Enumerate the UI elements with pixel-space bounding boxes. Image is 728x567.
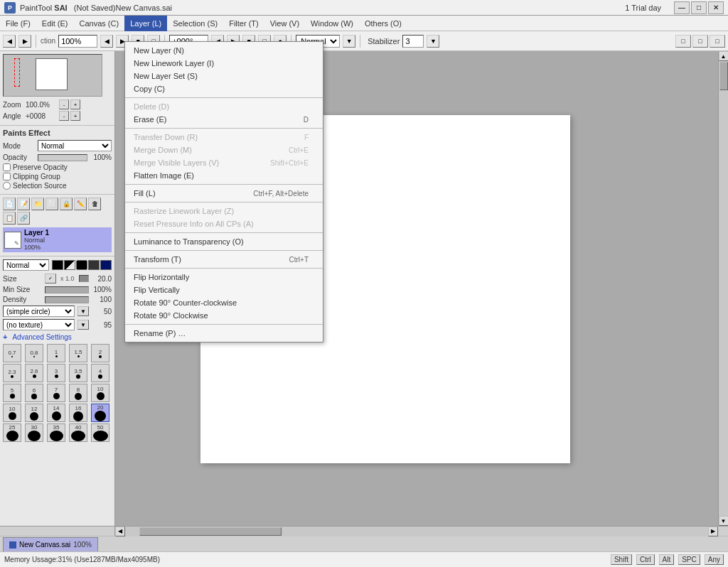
menu-canvas[interactable]: Canvas (C) xyxy=(74,16,125,31)
brush-texture-select[interactable]: (no texture) xyxy=(3,319,75,330)
brush-preset-3.5[interactable]: 3.5 xyxy=(69,364,87,382)
menu-item-transform[interactable]: Transform (T)Ctrl+T xyxy=(125,253,323,266)
minimize-button[interactable]: — xyxy=(674,1,690,14)
brush-preset-4[interactable]: 4 xyxy=(91,364,109,382)
maximize-button[interactable]: □ xyxy=(691,1,707,14)
brush-preset-2.3[interactable]: 2.3 xyxy=(3,364,21,382)
brush-shape-4[interactable] xyxy=(88,260,100,270)
menu-others[interactable]: Others (O) xyxy=(359,16,407,31)
brush-preset-2.6[interactable]: 2.6 xyxy=(25,364,43,382)
brush-preset-16[interactable]: 16 xyxy=(69,404,87,422)
menu-item-erase[interactable]: Erase (E)D xyxy=(125,113,323,126)
toolbar-btn-1[interactable]: ◀ xyxy=(3,35,16,48)
brush-preset-1[interactable]: 1 xyxy=(47,344,65,362)
menu-layer[interactable]: Layer (L) xyxy=(124,16,167,31)
mode-btn[interactable]: ▼ xyxy=(343,35,355,48)
brush-preset-12[interactable]: 12 xyxy=(25,404,43,422)
scroll-up-btn[interactable]: ▲ xyxy=(719,51,729,61)
preserve-opacity-checkbox[interactable] xyxy=(3,163,11,171)
brush-preset-1.5[interactable]: 1.5 xyxy=(69,344,87,362)
brush-shape-1[interactable] xyxy=(52,260,63,270)
menu-edit[interactable]: Edit (E) xyxy=(36,16,74,31)
menu-item-rename[interactable]: Rename (P) … xyxy=(125,327,323,340)
brush-preset-14[interactable]: 14 xyxy=(47,404,65,422)
clipping-group-checkbox[interactable] xyxy=(3,173,11,180)
brush-preset-30[interactable]: 30 xyxy=(25,423,43,442)
brush-shape-2[interactable] xyxy=(64,260,75,270)
layer-lock-btn[interactable]: 🔒 xyxy=(60,198,73,210)
selection-source-radio[interactable] xyxy=(3,182,11,190)
brush-preset-20[interactable]: 20 xyxy=(91,404,109,422)
brush-preset-7[interactable]: 7 xyxy=(47,384,65,402)
stabilizer-btn[interactable]: ▼ xyxy=(427,35,439,48)
brush-preset-6[interactable]: 6 xyxy=(25,384,43,402)
brush-density-slider[interactable] xyxy=(45,296,89,303)
layer-new-btn[interactable]: 📄 xyxy=(3,198,16,210)
menu-item-new-linework[interactable]: New Linework Layer (I) xyxy=(125,57,323,70)
nav-zoom-inc[interactable]: + xyxy=(70,99,80,109)
scroll-down-btn[interactable]: ▼ xyxy=(719,516,729,526)
tab-canvas[interactable]: New Canvas.sai 100% xyxy=(3,537,98,551)
brush-preset-5[interactable]: 5 xyxy=(3,384,21,402)
scroll-track-h[interactable] xyxy=(125,526,708,536)
brush-shape-select[interactable]: (simple circle) xyxy=(3,306,75,317)
brush-shape-3[interactable] xyxy=(76,260,87,270)
menu-selection[interactable]: Selection (S) xyxy=(167,16,223,31)
brush-preset-25[interactable]: 25 xyxy=(3,423,21,442)
layer-delete-btn[interactable]: 🗑 xyxy=(88,198,101,210)
menu-item-new-layer-set[interactable]: New Layer Set (S) xyxy=(125,70,323,82)
advanced-settings-label[interactable]: Advanced Settings xyxy=(12,333,71,341)
brush-shape-5[interactable] xyxy=(100,260,112,270)
menu-item-flip-h[interactable]: Flip Horizontally xyxy=(125,271,323,284)
menu-filter[interactable]: Filter (T) xyxy=(223,16,264,31)
layer-item[interactable]: ✎ Layer 1 Normal 100% xyxy=(3,227,112,252)
brush-preset-35[interactable]: 35 xyxy=(47,423,65,442)
menu-window[interactable]: Window (W) xyxy=(305,16,359,31)
layer-clip-btn[interactable]: 📋 xyxy=(3,212,16,225)
scroll-track-v[interactable] xyxy=(719,61,729,516)
layer-folder-btn[interactable]: 📁 xyxy=(31,198,44,210)
zoom-btn-1[interactable]: ◀ xyxy=(100,35,113,48)
menu-item-rotate-ccw[interactable]: Rotate 90° Counter-clockwise xyxy=(125,296,323,309)
brush-size-slider[interactable] xyxy=(79,275,89,282)
window-btn-3[interactable]: □ xyxy=(710,35,725,48)
toolbar-btn-2[interactable]: ▶ xyxy=(18,35,31,48)
scroll-thumb-v[interactable] xyxy=(719,62,728,90)
brush-shape-dropdown[interactable]: ▼ xyxy=(77,306,89,316)
menu-view[interactable]: View (V) xyxy=(264,16,305,31)
layer-link-btn[interactable]: 🔗 xyxy=(17,212,30,225)
menu-item-copy[interactable]: Copy (C) xyxy=(125,82,323,95)
layer-new2-btn[interactable]: 📝 xyxy=(17,198,30,210)
brush-preset-0.7[interactable]: 0.7 xyxy=(3,344,21,362)
nav-zoom-dec[interactable]: - xyxy=(59,99,69,109)
brush-preset-8[interactable]: 8 xyxy=(69,384,87,402)
menu-item-rotate-cw[interactable]: Rotate 90° Clockwise xyxy=(125,309,323,322)
brush-preset-40[interactable]: 40 xyxy=(69,423,87,442)
brush-mode-select[interactable]: Normal xyxy=(3,259,49,271)
brush-preset-50[interactable]: 50 xyxy=(91,423,109,442)
mode-select[interactable]: Normal xyxy=(38,140,112,151)
nav-angle-inc[interactable]: + xyxy=(70,111,80,121)
stabilizer-input[interactable] xyxy=(402,35,424,48)
menu-file[interactable]: File (F) xyxy=(0,16,36,31)
layer-blank-btn[interactable]: ⬜ xyxy=(46,198,58,210)
brush-size-checkbox[interactable]: ✓ xyxy=(45,274,56,284)
window-btn-1[interactable]: □ xyxy=(675,35,691,48)
brush-preset-0.8[interactable]: 0.8 xyxy=(25,344,43,362)
nav-angle-dec[interactable]: - xyxy=(59,111,69,121)
window-btn-2[interactable]: □ xyxy=(692,35,708,48)
menu-item-luminance[interactable]: Luminance to Transparency (O) xyxy=(125,235,323,248)
brush-preset-10[interactable]: 10 xyxy=(3,404,21,422)
brush-preset-2[interactable]: 2 xyxy=(91,344,109,362)
zoom-input[interactable] xyxy=(58,35,97,48)
scroll-left-btn[interactable]: ◀ xyxy=(115,526,125,536)
brush-preset-10[interactable]: 10 xyxy=(91,384,109,402)
menu-item-flatten[interactable]: Flatten Image (E) xyxy=(125,169,323,182)
opacity-slider[interactable] xyxy=(38,154,87,161)
layer-edit-btn[interactable]: ✏️ xyxy=(74,198,87,210)
brush-preset-3[interactable]: 3 xyxy=(47,364,65,382)
close-button[interactable]: ✕ xyxy=(708,1,724,14)
brush-minsize-slider[interactable] xyxy=(45,286,89,293)
menu-item-flip-v[interactable]: Flip Vertically xyxy=(125,284,323,296)
scroll-thumb-h[interactable] xyxy=(139,527,282,536)
